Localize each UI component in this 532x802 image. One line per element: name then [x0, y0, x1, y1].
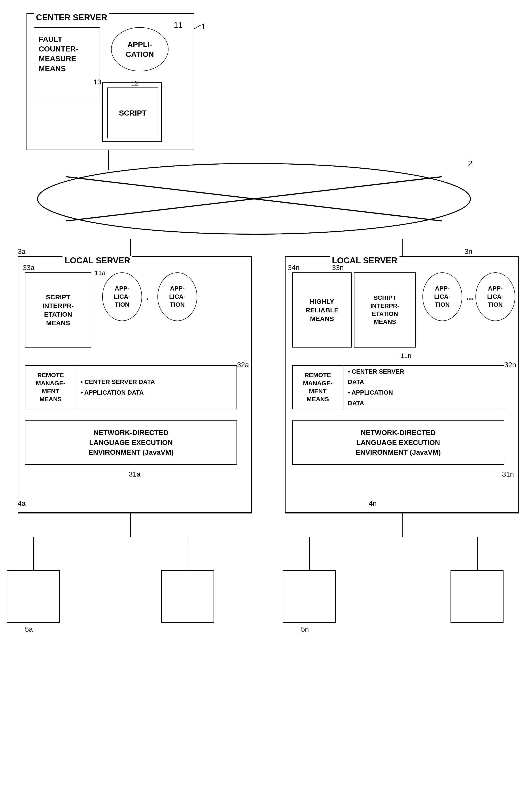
device-left-2 — [161, 570, 214, 623]
line-center-to-network — [108, 150, 109, 170]
script-text: SCRIPT — [119, 109, 147, 117]
bus-line-left — [18, 512, 252, 514]
line-to-device-right-2 — [477, 537, 478, 570]
ref-33a: 33a — [23, 264, 35, 272]
app-ellipse-left-2-text: APP- LICA- TION — [169, 284, 186, 309]
dots-right: ··· — [467, 295, 473, 304]
app-ellipse-right-1: APP- LICA- TION — [422, 273, 462, 321]
ref-32a: 32a — [237, 361, 249, 369]
ref-11a: 11a — [95, 269, 106, 277]
app-ellipse-right-2: APP- LICA- TION — [475, 273, 515, 321]
line-to-5n — [309, 537, 310, 570]
center-server-box: CENTER SERVER 11 FAULT COUNTER- MEASURE … — [26, 13, 194, 150]
ref-1-line — [194, 25, 201, 29]
script-interp-text-left: SCRIPT INTERPR- ETATION MEANS — [42, 293, 74, 327]
script-interp-box-right: SCRIPT INTERPR- ETATION MEANS — [354, 273, 416, 348]
app-ellipse-right-1-text: APP- LICA- TION — [434, 284, 451, 309]
ref-3n: 3n — [464, 247, 472, 256]
ref-34n: 34n — [288, 264, 300, 272]
app-ellipse-left-1: APP- LICA- TION — [102, 273, 142, 321]
highly-reliable-text: HIGHLY RELIABLE MEANS — [305, 297, 339, 323]
ref-4n: 4n — [369, 499, 377, 507]
script-inner-box: SCRIPT — [107, 88, 158, 138]
remote-mgmt-right: REMOTE MANAGE- MENT MEANS • CENTER SERVE… — [292, 365, 504, 409]
application-ellipse-text: APPLI- CATION — [126, 40, 154, 59]
network-lang-left-text: NETWORK-DIRECTED LANGUAGE EXECUTION ENVI… — [88, 428, 174, 457]
remote-mgmt-right-label-text: REMOTE MANAGE- MENT MEANS — [303, 371, 332, 404]
ref-31n: 31n — [502, 470, 514, 478]
remote-mgmt-right-data: • CENTER SERVER DATA • APPLICATION DATA — [343, 366, 504, 409]
ref-3a: 3a — [18, 247, 26, 256]
app-ellipse-right-2-text: APP- LICA- TION — [487, 284, 504, 309]
network-lang-left: NETWORK-DIRECTED LANGUAGE EXECUTION ENVI… — [25, 421, 237, 465]
center-server-label: CENTER SERVER — [34, 13, 109, 22]
line-to-5a — [33, 537, 34, 570]
line-to-device-left-2 — [188, 537, 188, 570]
diagram-container: CENTER SERVER 11 FAULT COUNTER- MEASURE … — [0, 0, 532, 802]
ref-2: 2 — [468, 159, 472, 168]
ref-33n: 33n — [332, 264, 344, 272]
remote-mgmt-right-label: REMOTE MANAGE- MENT MEANS — [292, 366, 343, 409]
script-outer-box: SCRIPT — [102, 82, 162, 142]
application-ellipse: APPLI- CATION — [111, 27, 169, 71]
remote-mgmt-left-data: • CENTER SERVER DATA • APPLICATION DATA — [76, 366, 236, 409]
device-right-2 — [451, 570, 504, 623]
network-lang-right: NETWORK-DIRECTED LANGUAGE EXECUTION ENVI… — [292, 421, 504, 465]
remote-mgmt-left: REMOTE MANAGE- MENT MEANS • CENTER SERVE… — [25, 365, 237, 409]
ref-32n: 32n — [505, 361, 516, 369]
ref-13: 13 — [93, 78, 101, 86]
remote-mgmt-right-data-text: • CENTER SERVER DATA • APPLICATION DATA — [348, 366, 499, 408]
network-svg — [22, 159, 486, 239]
left-server-to-bus — [130, 512, 131, 537]
ref-11n: 11n — [400, 352, 412, 359]
app-ellipse-left-2: APP- LICA- TION — [157, 273, 197, 321]
local-server-left-label: LOCAL SERVER — [62, 256, 132, 265]
fault-counter-measure-box: FAULT COUNTER- MEASURE MEANS — [34, 27, 100, 102]
script-interp-text-right: SCRIPT INTERPR- ETATION MEANS — [370, 294, 399, 326]
script-interp-box-left: SCRIPT INTERPR- ETATION MEANS — [25, 273, 91, 348]
ref-31a: 31a — [129, 470, 140, 478]
remote-mgmt-left-data-text: • CENTER SERVER DATA • APPLICATION DATA — [81, 377, 232, 398]
device-5a-label: 5a — [25, 625, 33, 633]
highly-reliable-box: HIGHLY RELIABLE MEANS — [292, 273, 352, 348]
local-server-right: LOCAL SERVER 34n 33n HIGHLY RELIABLE MEA… — [285, 256, 519, 512]
app-ellipse-left-1-text: APP- LICA- TION — [114, 284, 131, 309]
remote-mgmt-left-label: REMOTE MANAGE- MENT MEANS — [25, 366, 76, 409]
device-5n-label: 5n — [301, 625, 309, 633]
device-5a: 5a — [7, 570, 60, 623]
dots-left: · — [147, 295, 149, 304]
fault-counter-measure-text: FAULT COUNTER- MEASURE MEANS — [39, 34, 78, 73]
network-lang-right-text: NETWORK-DIRECTED LANGUAGE EXECUTION ENVI… — [356, 428, 441, 457]
ref-12: 12 — [131, 79, 139, 87]
ref-4a: 4a — [18, 499, 26, 507]
ref-1: 1 — [201, 22, 205, 31]
device-5n: 5n — [283, 570, 336, 623]
local-server-left: LOCAL SERVER 33a SCRIPT INTERPR- ETATION… — [18, 256, 252, 512]
remote-mgmt-left-label-text: REMOTE MANAGE- MENT MEANS — [36, 371, 65, 404]
right-server-to-bus — [402, 512, 403, 537]
ref-11: 11 — [174, 21, 183, 30]
